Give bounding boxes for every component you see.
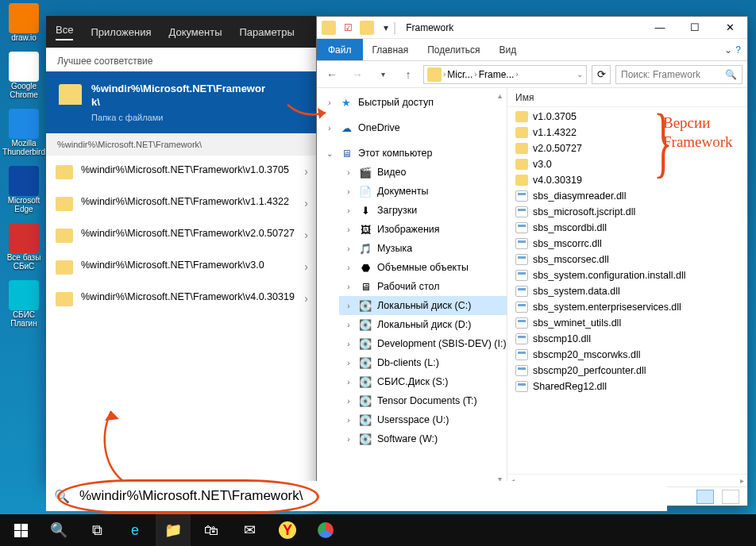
minimize-button[interactable]: —	[642, 17, 677, 39]
nav-drive-item[interactable]: ›💽Tensor Documents (T:)	[339, 391, 507, 410]
search-result-item[interactable]: %windir%\Microsoft.NET\Framework\v1.1.43…	[46, 187, 316, 219]
list-row-folder[interactable]: v3.0	[507, 156, 747, 172]
nav-drive-item[interactable]: ›💽Локальный диск (D:)	[339, 315, 507, 334]
taskbar-app-edge[interactable]: e	[118, 514, 152, 546]
nav-drive-item[interactable]: ›💽Db-clients (L:)	[339, 353, 507, 372]
list-row-file[interactable]: sbscmp20_mscorwks.dll	[507, 347, 747, 363]
search-result-item[interactable]: %windir%\Microsoft.NET\Framework\v3.0›	[46, 251, 316, 283]
search-tab[interactable]: Параметры	[239, 26, 294, 38]
taskbar-app-mail[interactable]: ✉	[232, 514, 267, 546]
close-button[interactable]: ✕	[712, 17, 747, 39]
nav-history-icon[interactable]: ▾	[372, 64, 393, 85]
taskbar-search-box[interactable]: 🔍	[46, 481, 667, 511]
qat-dropdown-icon[interactable]: ▾	[379, 21, 393, 35]
list-row-file[interactable]: SharedReg12.dll	[507, 379, 747, 394]
list-row-folder[interactable]: v4.0.30319	[507, 172, 747, 188]
task-view-button[interactable]: ⧉	[79, 514, 114, 546]
nav-up-button[interactable]: ↑	[398, 64, 418, 85]
nav-onedrive[interactable]: ›☁OneDrive	[317, 118, 507, 137]
taskbar-app-explorer[interactable]: 📁	[156, 514, 191, 546]
dll-icon	[515, 254, 528, 265]
taskbar-app-chrome[interactable]	[308, 514, 343, 546]
search-button[interactable]: 🔍	[41, 514, 76, 546]
nav-library-item[interactable]: ›⬣Объемные объекты	[339, 258, 507, 277]
list-row-file[interactable]: sbs_mscordbi.dll	[507, 220, 747, 236]
nav-library-item[interactable]: ›⬇Загрузки	[339, 201, 507, 220]
list-row-file[interactable]: sbs_system.enterpriseservices.dll	[507, 299, 747, 315]
list-row-file[interactable]: sbs_system.configuration.install.dll	[507, 267, 747, 283]
desktop-icon[interactable]: Mozilla Thunderbird	[3, 109, 44, 156]
search-result-item[interactable]: %windir%\Microsoft.NET\Framework\v4.0.30…	[46, 283, 316, 314]
nav-library-item[interactable]: ›🎬Видео	[339, 163, 507, 182]
hscroll-right-icon[interactable]: ▸	[740, 476, 744, 485]
folder-icon	[56, 197, 73, 211]
list-row-file[interactable]: sbs_mscorrc.dll	[507, 236, 747, 252]
ribbon-tab[interactable]: Вид	[489, 39, 526, 60]
start-button[interactable]	[3, 514, 38, 546]
nav-library-item[interactable]: ›📄Документы	[339, 182, 507, 201]
desktop-icon[interactable]: Google Chrome	[3, 52, 44, 99]
list-row-file[interactable]: sbs_mscorsec.dll	[507, 252, 747, 267]
list-row-file[interactable]: sbscmp20_perfcounter.dll	[507, 363, 747, 379]
scroll-up-icon[interactable]: ▴	[498, 91, 502, 100]
nav-quick-access[interactable]: ›★Быстрый доступ	[317, 93, 507, 112]
breadcrumb[interactable]: › Micr... › Frame... › ⌄	[423, 65, 587, 84]
breadcrumb-seg[interactable]: Frame...	[479, 69, 515, 80]
nav-library-item[interactable]: ›🎵Музыка	[339, 239, 507, 258]
nav-this-pc[interactable]: ⌄🖥Этот компьютер	[317, 144, 507, 163]
search-result-item[interactable]: %windir%\Microsoft.NET\Framework\v2.0.50…	[46, 219, 316, 251]
qat-properties-icon[interactable]: ☑	[341, 21, 355, 35]
desktop-icon[interactable]: СБИС Плагин	[3, 280, 44, 328]
help-icon[interactable]: ?	[735, 44, 741, 56]
nav-back-button[interactable]: ←	[322, 64, 342, 85]
search-tab[interactable]: Документы	[168, 26, 222, 38]
ribbon-file[interactable]: Файл	[317, 39, 363, 60]
ribbon-expand-icon[interactable]: ⌄	[724, 44, 732, 56]
nav-forward-button[interactable]: →	[347, 64, 368, 85]
chevron-right-icon[interactable]: ›	[304, 165, 308, 178]
chevron-right-icon[interactable]: ›	[304, 292, 308, 305]
list-row-file[interactable]: sbs_diasymreader.dll	[507, 188, 747, 204]
nav-drive-item[interactable]: ›💽СБИС.Диск (S:)	[339, 372, 507, 391]
desktop-icon[interactable]: draw.io	[3, 3, 44, 42]
breadcrumb-seg[interactable]: Micr...	[447, 69, 472, 80]
nav-library-item[interactable]: ›🖼Изображения	[339, 220, 507, 239]
chevron-right-icon[interactable]: ›	[304, 229, 308, 241]
nav-library-item[interactable]: ›🖥Рабочий стол	[339, 277, 507, 296]
column-header-name[interactable]: Имя	[507, 88, 747, 107]
desktop-icon[interactable]: Microsoft Edge	[3, 166, 44, 213]
nav-pane[interactable]: ›★Быстрый доступ ›☁OneDrive ⌄🖥Этот компь…	[317, 88, 507, 486]
maximize-button[interactable]: ☐	[677, 17, 712, 39]
qat-newfolder-icon[interactable]	[360, 21, 374, 35]
nav-drive-item[interactable]: ›💽Development (SBIS-DEV) (I:)	[339, 334, 507, 353]
chevron-down-icon[interactable]: ⌄	[577, 70, 583, 79]
ribbon-tab[interactable]: Поделиться	[418, 39, 489, 60]
chevron-right-icon[interactable]: ›	[304, 260, 308, 273]
explorer-search-box[interactable]: Поиск: Framework 🔍	[615, 65, 742, 84]
taskbar-app-store[interactable]: 🛍	[194, 514, 229, 546]
refresh-button[interactable]: ⟳	[592, 65, 611, 84]
search-input[interactable]	[78, 487, 659, 505]
nav-drive-item[interactable]: ›💽Usersspace (U:)	[339, 410, 507, 429]
folder-icon	[56, 165, 73, 179]
search-tab[interactable]: Приложения	[91, 26, 151, 38]
chevron-right-icon[interactable]: ›	[304, 197, 308, 210]
view-details-button[interactable]	[696, 490, 714, 504]
taskbar-app-yandex[interactable]: Y	[270, 514, 305, 546]
best-match-item[interactable]: %windir%\Microsoft.NET\Framework\ Папка …	[46, 71, 316, 133]
desktop-icon[interactable]: Все базы СБиС	[3, 223, 44, 271]
list-row-file[interactable]: sbscmp10.dll	[507, 331, 747, 347]
ribbon-tab[interactable]: Главная	[363, 39, 418, 60]
view-large-button[interactable]	[722, 490, 739, 504]
list-row-file[interactable]: sbs_microsoft.jscript.dll	[507, 204, 747, 220]
list-row-file[interactable]: sbs_wminet_utils.dll	[507, 315, 747, 331]
dll-icon	[515, 238, 528, 249]
file-list[interactable]: Имя v1.0.3705v1.1.4322v2.0.50727v3.0v4.0…	[507, 88, 747, 486]
search-result-item[interactable]: %windir%\Microsoft.NET\Framework\v1.0.37…	[46, 156, 316, 187]
file-name: v1.1.4322	[533, 127, 577, 138]
explorer-titlebar[interactable]: ☑ ▾ | Framework — ☐ ✕	[317, 17, 747, 39]
search-tab[interactable]: Все	[56, 24, 73, 40]
nav-drive-item[interactable]: ›💽Локальный диск (C:)	[339, 296, 507, 315]
list-row-file[interactable]: sbs_system.data.dll	[507, 283, 747, 299]
nav-drive-item[interactable]: ›💽Software (W:)	[339, 429, 507, 448]
